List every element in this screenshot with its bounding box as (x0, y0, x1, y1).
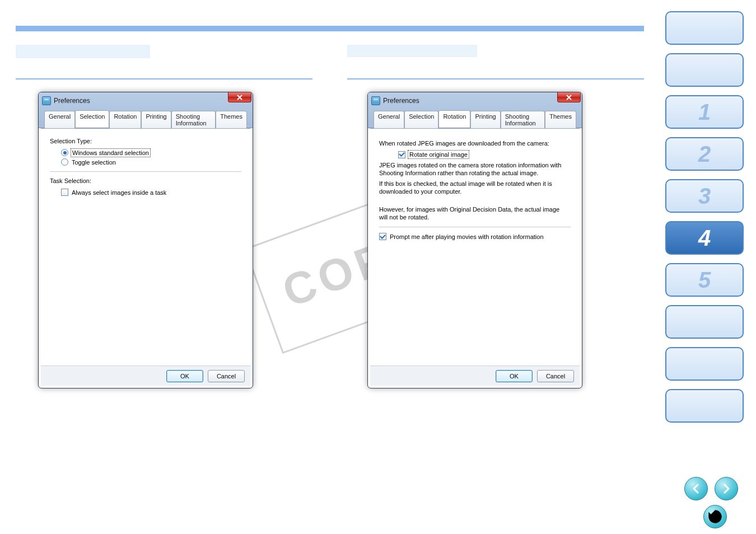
nav-blank-bot-3[interactable] (665, 389, 744, 423)
rotation-heading: When rotated JPEG images are downloaded … (379, 140, 570, 148)
page-arrows (684, 477, 738, 500)
checkbox-icon (379, 233, 386, 240)
close-icon (237, 95, 242, 100)
close-button[interactable] (228, 92, 251, 102)
rule-left (16, 78, 312, 79)
close-icon (566, 95, 572, 100)
radio-windows-standard[interactable]: Windows standard selection (61, 149, 241, 156)
nav-blank-bot-1[interactable] (665, 305, 744, 339)
chevron-right-icon (721, 483, 732, 494)
nav-blank-top-2[interactable] (665, 53, 744, 87)
tab-strip: General Selection Rotation Printing Shoo… (41, 107, 250, 128)
tab-general[interactable]: General (374, 111, 404, 128)
separator (50, 171, 241, 172)
chevron-left-icon (690, 483, 702, 494)
return-button[interactable] (703, 505, 727, 528)
tab-rotation[interactable]: Rotation (109, 111, 141, 128)
tab-rotation[interactable]: Rotation (438, 110, 470, 128)
tab-themes[interactable]: Themes (545, 111, 576, 128)
tab-printing[interactable]: Printing (470, 111, 500, 128)
window-chrome: Preferences General Selection Rotation P… (368, 92, 582, 128)
prev-page-button[interactable] (684, 477, 708, 500)
checkbox-always-select[interactable]: Always select images inside a task (61, 189, 241, 196)
nav-chapter-4[interactable]: 4 (665, 221, 744, 255)
window-chrome: Preferences General Selection Rotation P… (39, 92, 253, 128)
radio-label: Toggle selection (72, 159, 116, 166)
tab-printing[interactable]: Printing (141, 111, 171, 128)
checkbox-prompt-movies[interactable]: Prompt me after playing movies with rota… (379, 233, 571, 240)
checkbox-icon (398, 151, 405, 158)
tab-panel-rotation: When rotated JPEG images are downloaded … (370, 128, 580, 370)
window-title: Preferences (383, 97, 419, 105)
checkbox-label: Always select images inside a task (72, 189, 166, 196)
tab-selection[interactable]: Selection (404, 111, 438, 128)
tab-selection[interactable]: Selection (75, 110, 109, 128)
page-accent-bar (16, 26, 644, 31)
ok-button[interactable]: OK (496, 370, 533, 382)
rotation-paragraph-3: However, for images with Original Decisi… (379, 206, 570, 222)
tab-shooting[interactable]: Shooting Information (501, 111, 545, 128)
nav-chapter-3[interactable]: 3 (665, 179, 744, 213)
checkbox-rotate-original[interactable]: Rotate original image (398, 151, 571, 158)
selection-type-label: Selection Type: (50, 138, 241, 144)
radio-toggle-selection[interactable]: Toggle selection (61, 158, 241, 166)
tab-strip: General Selection Rotation Printing Shoo… (370, 107, 580, 128)
rotation-paragraph-2: If this box is checked, the actual image… (379, 180, 570, 196)
dialog-button-bar: OK Cancel (41, 366, 250, 386)
tab-panel-selection: Selection Type: Windows standard selecti… (41, 128, 250, 370)
tab-themes[interactable]: Themes (216, 111, 247, 128)
next-page-button[interactable] (715, 477, 738, 500)
window-title: Preferences (54, 97, 90, 105)
section-placeholder-left (16, 45, 150, 58)
nav-blank-bot-2[interactable] (665, 347, 744, 381)
checkbox-label: Prompt me after playing movies with rota… (390, 233, 544, 240)
radio-label: Windows standard selection (72, 149, 150, 156)
radio-icon (61, 149, 68, 156)
tab-shooting[interactable]: Shooting Information (171, 111, 216, 128)
cancel-button[interactable]: Cancel (537, 370, 574, 382)
tab-general[interactable]: General (44, 111, 75, 128)
app-icon (371, 96, 380, 105)
task-selection-label: Task Selection: (50, 177, 241, 184)
return-icon (704, 505, 726, 528)
checkbox-label: Rotate original image (409, 151, 468, 158)
ok-button[interactable]: OK (166, 370, 203, 382)
separator (379, 227, 571, 227)
app-icon (42, 96, 51, 105)
rotation-paragraph-1: JPEG images rotated on the camera store … (379, 162, 570, 177)
chapter-nav: 1 2 3 4 5 (665, 11, 744, 423)
checkbox-icon (61, 189, 68, 196)
dialog-button-bar: OK Cancel (370, 366, 580, 386)
preferences-dialog-rotation: Preferences General Selection Rotation P… (367, 92, 582, 388)
nav-chapter-5[interactable]: 5 (665, 263, 744, 297)
cancel-button[interactable]: Cancel (208, 370, 245, 382)
radio-icon (61, 158, 68, 166)
titlebar[interactable]: Preferences (41, 95, 250, 107)
nav-chapter-2[interactable]: 2 (665, 137, 744, 171)
section-placeholder-right (347, 45, 477, 57)
preferences-dialog-selection: Preferences General Selection Rotation P… (38, 92, 253, 388)
rule-right (347, 78, 644, 79)
titlebar[interactable]: Preferences (370, 95, 580, 107)
nav-blank-top-1[interactable] (665, 11, 744, 45)
nav-chapter-1[interactable]: 1 (665, 95, 744, 129)
close-button[interactable] (557, 92, 581, 102)
